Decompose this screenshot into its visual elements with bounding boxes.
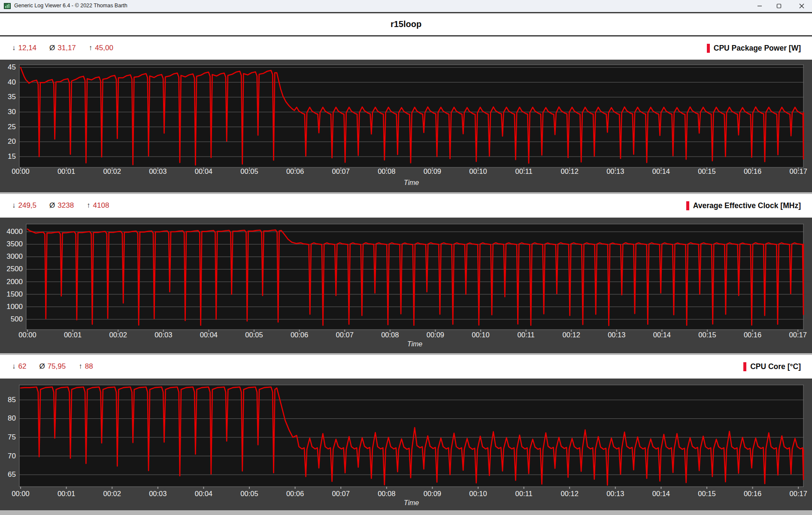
x-axis-label: 00:06	[278, 490, 312, 498]
maximize-button[interactable]	[769, 0, 789, 12]
x-axis-label: 00:05	[237, 331, 271, 339]
chart-panel-average-effective-clock[interactable]: Time 400035003000250020001500100050000:0…	[0, 218, 812, 353]
x-axis-title: Time	[19, 499, 803, 507]
x-axis-label: 00:15	[690, 167, 724, 176]
chart-section-cpu-core: ↓62 Ø75,95 ↑88 CPU Core [°C] Time 858075…	[0, 353, 812, 510]
x-axis-label: 00:00	[3, 490, 38, 498]
stat-avg: Ø75,95	[39, 362, 66, 371]
stats-row: ↓62 Ø75,95 ↑88 CPU Core [°C]	[0, 355, 812, 378]
y-axis-label: 20	[0, 137, 16, 146]
x-axis-label: 00:01	[49, 167, 84, 176]
minimize-icon	[757, 3, 762, 9]
x-axis-label: 00:09	[415, 490, 449, 498]
stat-avg: Ø3238	[49, 201, 74, 210]
y-axis-label: 15	[0, 152, 16, 161]
legend: CPU Package Power [W]	[707, 44, 801, 53]
x-axis-label: 00:01	[56, 331, 90, 339]
x-axis-label: 00:00	[3, 167, 38, 176]
x-axis-label: 00:03	[141, 167, 175, 176]
min-arrow-icon: ↓	[12, 362, 16, 371]
stat-max-value: 4108	[93, 201, 109, 210]
y-axis-label: 80	[0, 414, 16, 423]
y-axis-label: 4000	[0, 227, 23, 236]
legend-label: CPU Package Power [W]	[714, 44, 801, 53]
y-axis-label: 3000	[0, 252, 23, 261]
chart-section-cpu-package-power: ↓12,14 Ø31,17 ↑45,00 CPU Package Power […	[0, 36, 812, 192]
title-bar[interactable]: Generic Log Viewer 6.4 - © 2022 Thomas B…	[0, 0, 812, 12]
x-axis-label: 00:13	[600, 331, 634, 339]
x-axis-label: 00:12	[552, 167, 587, 176]
series-stats: ↓62 Ø75,95 ↑88	[12, 362, 93, 371]
legend-marker-icon	[743, 362, 746, 371]
x-axis-label: 00:17	[781, 167, 812, 176]
x-axis-label: 00:14	[645, 331, 679, 339]
x-axis-label: 00:01	[49, 490, 84, 498]
x-axis-label: 00:10	[461, 490, 495, 498]
y-axis-label: 1500	[0, 290, 23, 299]
log-file-header: r15loop	[0, 13, 812, 35]
stat-avg-value: 31,17	[58, 44, 76, 52]
x-axis-label: 00:17	[781, 490, 812, 498]
legend-label: Average Effective Clock [MHz]	[693, 201, 801, 210]
series-stats: ↓249,5 Ø3238 ↑4108	[12, 201, 109, 210]
stat-min: ↓12,14	[12, 44, 36, 52]
y-axis-label: 3500	[0, 240, 23, 248]
stat-min: ↓249,5	[12, 201, 36, 210]
x-axis-label: 00:17	[781, 331, 812, 339]
y-axis-label: 70	[0, 452, 16, 460]
y-axis-label: 2500	[0, 265, 23, 273]
x-axis-label: 00:11	[507, 490, 541, 498]
stat-max-value: 88	[85, 362, 93, 371]
x-axis-label: 00:02	[95, 490, 129, 498]
x-axis-label: 00:12	[552, 490, 587, 498]
x-axis-label: 00:04	[186, 167, 221, 176]
x-axis-label: 00:15	[690, 331, 724, 339]
legend-label: CPU Core [°C]	[750, 362, 801, 371]
y-axis-label: 85	[0, 396, 16, 404]
x-axis-label: 00:12	[554, 331, 588, 339]
stats-row: ↓12,14 Ø31,17 ↑45,00 CPU Package Power […	[0, 36, 812, 60]
stat-min-value: 249,5	[18, 201, 37, 210]
x-axis-label: 00:02	[95, 167, 129, 176]
average-icon: Ø	[49, 44, 55, 52]
x-axis-label: 00:02	[101, 331, 135, 339]
x-axis-label: 00:05	[232, 490, 267, 498]
x-axis-label: 00:04	[186, 490, 221, 498]
log-file-title: r15loop	[391, 19, 421, 29]
x-axis-label: 00:13	[598, 167, 633, 176]
x-axis-label: 00:07	[324, 167, 358, 176]
window-bottom-edge	[0, 510, 812, 515]
x-axis-label: 00:16	[736, 167, 770, 176]
stat-max: ↑4108	[87, 201, 109, 210]
min-arrow-icon: ↓	[12, 201, 16, 210]
chart-panel-cpu-package-power[interactable]: Time 4540353025201500:0000:0100:0200:030…	[0, 60, 812, 192]
legend: Average Effective Clock [MHz]	[686, 201, 801, 210]
legend-marker-icon	[707, 44, 710, 53]
x-axis-label: 00:11	[509, 331, 543, 339]
y-axis-label: 25	[0, 123, 16, 131]
max-arrow-icon: ↑	[87, 201, 91, 210]
stat-max: ↑45,00	[89, 44, 113, 52]
window-title: Generic Log Viewer 6.4 - © 2022 Thomas B…	[14, 3, 127, 9]
app-icon	[4, 3, 11, 9]
y-axis-label: 500	[0, 315, 23, 324]
close-icon	[799, 3, 804, 9]
x-axis-label: 00:13	[598, 490, 633, 498]
x-axis-label: 00:08	[370, 490, 404, 498]
x-axis-label: 00:03	[141, 490, 175, 498]
x-axis-label: 00:16	[736, 331, 770, 339]
minimize-button[interactable]	[750, 0, 770, 12]
x-axis-label: 00:04	[191, 331, 226, 339]
x-axis-label: 00:10	[464, 331, 498, 339]
y-axis-label: 1000	[0, 303, 23, 311]
x-axis-label: 00:05	[232, 167, 267, 176]
y-axis-label: 65	[0, 470, 16, 479]
average-icon: Ø	[49, 201, 55, 210]
max-arrow-icon: ↑	[79, 362, 82, 371]
stat-max-value: 45,00	[95, 44, 113, 52]
close-button[interactable]	[792, 0, 812, 12]
y-axis-label: 30	[0, 108, 16, 116]
chart-panel-cpu-core[interactable]: Time 858075706500:0000:0100:0200:0300:04…	[0, 379, 812, 510]
legend-marker-icon	[686, 201, 689, 210]
y-axis-label: 75	[0, 433, 16, 442]
